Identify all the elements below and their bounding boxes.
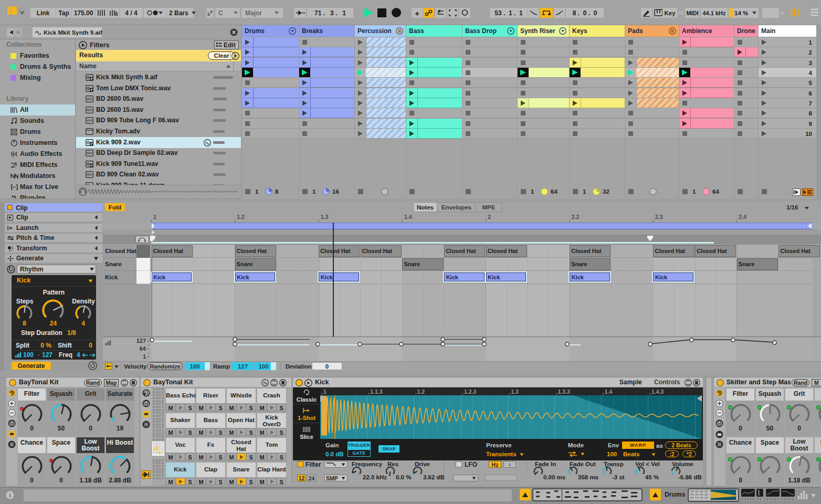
svg-text:i: i: [9, 492, 10, 498]
svg-text:#: #: [210, 9, 213, 15]
